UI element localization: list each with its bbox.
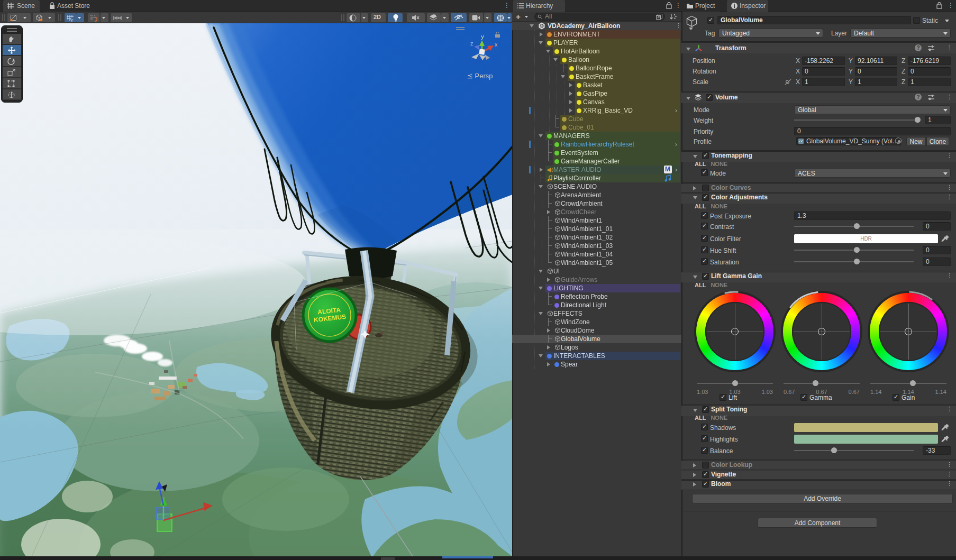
svg-text:x: x (495, 41, 498, 48)
svg-text:z: z (470, 40, 474, 47)
svg-text:y: y (481, 33, 484, 40)
svg-text:⪯ Persp: ⪯ Persp (467, 72, 493, 80)
svg-text:Y: Y (70, 18, 74, 22)
